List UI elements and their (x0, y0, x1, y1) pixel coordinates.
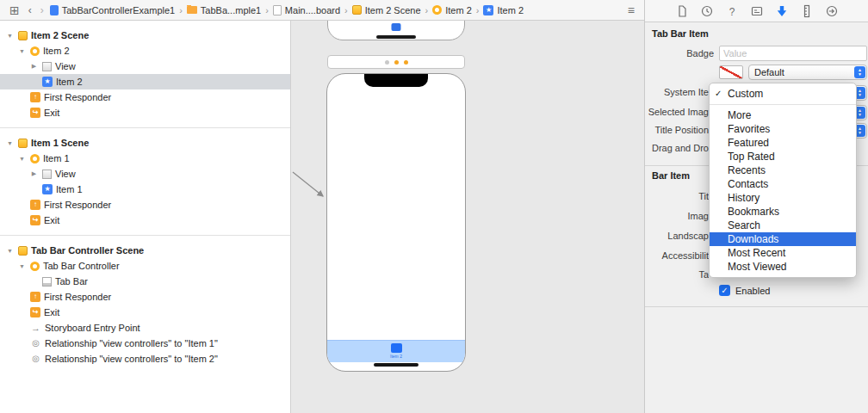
identity-inspector-icon[interactable] (750, 4, 764, 18)
svg-text:?: ? (728, 5, 735, 17)
outline-row[interactable]: ◎Relationship "view controllers" to "Ite… (0, 336, 290, 351)
menu-item-label: History (728, 192, 760, 204)
outline-row[interactable]: ↑First Responder (0, 197, 290, 213)
editor-list-icon[interactable]: ≡ (623, 1, 639, 20)
outline-row[interactable]: ▼Item 2 (0, 43, 290, 59)
attributes-inspector-icon[interactable] (775, 4, 789, 18)
outline-row[interactable]: ▼Item 1 (0, 151, 290, 166)
tab-bar-icon-glyph (392, 23, 401, 31)
popup-stepper-icon[interactable] (854, 66, 865, 78)
folder-icon (187, 6, 197, 14)
outline-section-divider (0, 127, 290, 128)
breadcrumb-item[interactable]: TabBa...mple1 (185, 5, 263, 15)
menu-item-label: Downloads (728, 233, 778, 245)
outline-row[interactable]: ▼Tab Bar Controller Scene (0, 243, 290, 258)
history-inspector-icon[interactable] (700, 4, 714, 18)
outline-row[interactable]: ▼Item 2 Scene (0, 28, 290, 43)
menu-item-label: Bookmarks (728, 206, 779, 218)
breadcrumb-item[interactable]: ★Item 2 (481, 5, 525, 15)
disclosure-triangle-icon[interactable]: ▼ (5, 33, 15, 39)
menu-item[interactable]: Most Viewed (710, 260, 856, 274)
disclosure-triangle-icon[interactable]: ▶ (29, 170, 39, 177)
menu-item[interactable]: Featured (710, 136, 856, 150)
badge-color-value: Default (754, 67, 784, 77)
badge-color-popup[interactable]: Default (748, 65, 867, 80)
badge-field[interactable] (719, 46, 867, 61)
breadcrumb-item[interactable]: TabBarControllerExample1 (48, 5, 177, 15)
size-inspector-icon[interactable] (800, 4, 814, 18)
menu-item[interactable]: Contacts (710, 177, 856, 191)
disclosure-triangle-icon[interactable]: ▼ (17, 156, 27, 162)
tab-bar-controller-bar[interactable] (327, 55, 465, 69)
breadcrumb-item[interactable]: Item 2 (431, 5, 474, 15)
dot-icon (385, 60, 389, 65)
outline-row[interactable]: ◎Relationship "view controllers" to "Ite… (0, 351, 290, 367)
outline-row[interactable]: ★Item 1 (0, 182, 290, 197)
enabled-checkbox[interactable] (719, 285, 730, 296)
outline-item-label: View (55, 61, 76, 71)
device-frame-item1[interactable] (327, 21, 465, 40)
forward-icon[interactable]: › (36, 1, 48, 20)
menu-item[interactable]: History (710, 191, 856, 205)
menu-item[interactable]: More (710, 108, 856, 122)
disclosure-triangle-icon[interactable]: ▶ (29, 63, 39, 70)
file-inspector-icon[interactable] (675, 4, 689, 18)
tab-bar[interactable]: Item 2 (327, 340, 465, 362)
scene-icon (352, 5, 362, 15)
outline-item-label: First Responder (44, 200, 111, 210)
disclosure-triangle-icon[interactable]: ▼ (17, 263, 27, 269)
disclosure-triangle-icon[interactable]: ▼ (17, 48, 27, 54)
connections-inspector-icon[interactable] (825, 4, 839, 18)
menu-item-label: Search (728, 219, 760, 231)
breadcrumb-separator-icon: › (177, 5, 185, 15)
outline-row[interactable]: ▼Tab Bar Controller (0, 258, 290, 274)
menu-item-label: Favorites (728, 123, 770, 135)
menu-item[interactable]: Favorites (710, 122, 856, 136)
outline-row[interactable]: ↪Exit (0, 213, 290, 228)
outline-row[interactable]: ↑First Responder (0, 89, 290, 105)
outline-row[interactable]: →Storyboard Entry Point (0, 320, 290, 336)
menu-item[interactable]: Search (710, 219, 856, 232)
device-frame-item2[interactable]: Item 2 (326, 73, 466, 372)
outline-item-label: Storyboard Entry Point (45, 323, 140, 333)
outline-row[interactable]: ↪Exit (0, 305, 290, 320)
inspector-tab-bar: ? (645, 0, 868, 22)
breadcrumb-item[interactable]: Item 2 Scene (350, 5, 423, 15)
relationship-icon: ◎ (30, 354, 41, 364)
menu-item[interactable]: Most Recent (710, 246, 856, 260)
tab-bar-item-icon: ★ (42, 77, 53, 87)
menu-item[interactable]: Recents (710, 163, 856, 177)
outline-row[interactable]: ▼Item 1 Scene (0, 135, 290, 151)
breadcrumb-item[interactable]: Main....board (271, 5, 342, 15)
menu-item[interactable]: Top Rated (710, 150, 856, 163)
first-responder-icon: ↑ (30, 200, 40, 210)
outline-section-divider (0, 235, 290, 236)
back-icon[interactable]: ‹ (24, 1, 36, 20)
badge-color-swatch-icon[interactable] (719, 65, 743, 79)
disclosure-triangle-icon[interactable]: ▼ (5, 140, 15, 146)
storyboard-canvas[interactable]: Item 2 (291, 21, 644, 413)
outline-item-label: First Responder (44, 292, 111, 302)
outline-row[interactable]: ↑First Responder (0, 289, 290, 305)
outline-item-label: Item 2 (43, 46, 70, 56)
menu-item[interactable]: Downloads (710, 232, 856, 246)
disclosure-triangle-icon[interactable]: ▼ (5, 248, 15, 254)
menu-item[interactable]: Bookmarks (710, 205, 856, 219)
checkmark-icon: ✓ (715, 87, 722, 101)
menu-item[interactable]: ✓Custom (710, 87, 856, 101)
outline-row[interactable]: ★Item 2 (0, 74, 290, 89)
menu-item-label: Top Rated (728, 151, 775, 163)
outline-row[interactable]: Tab Bar (0, 274, 290, 289)
related-items-icon[interactable]: ⊞ (5, 1, 24, 20)
menu-item-label: Contacts (728, 178, 768, 190)
outline-row[interactable]: ↪Exit (0, 105, 290, 120)
outline-item-label: Relationship "view controllers" to "Item… (45, 338, 218, 348)
outline-item-label: Item 1 Scene (31, 138, 89, 148)
tab-bar-item-icon[interactable] (391, 343, 402, 353)
selected-image-label: Selected Imag (645, 107, 709, 117)
quick-help-icon[interactable]: ? (725, 4, 739, 18)
outline-row[interactable]: ▶View (0, 166, 290, 182)
tab-bar-icon (42, 277, 52, 287)
outline-row[interactable]: ▶View (0, 59, 290, 74)
tab-bar-item-label: Item 2 (390, 354, 402, 359)
